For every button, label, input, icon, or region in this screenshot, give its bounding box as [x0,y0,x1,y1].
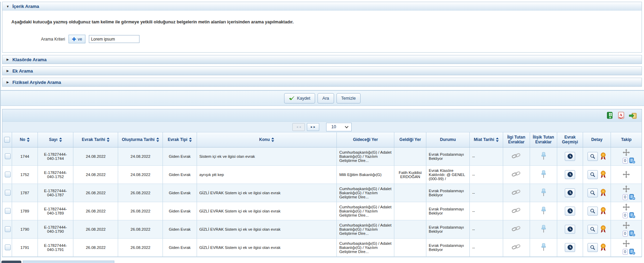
row-checkbox[interactable] [5,190,11,196]
search-criteria-input[interactable] [89,35,139,43]
excel-export-button[interactable]: X [606,112,613,119]
attachment-search-accordion-header[interactable]: ▶ Ek Arama [2,66,642,75]
column-header-sayi[interactable]: Sayı [38,132,73,147]
column-header-konu[interactable]: Konu [197,132,336,147]
row-select-cell [2,165,12,184]
move-icon[interactable] [623,204,630,211]
cell-gidecegi-yer: Cumhurbaşkanlığı(G) / Adalet Bakanlığı(G… [337,238,394,256]
magnifier-icon [590,245,595,250]
content-search-accordion-header[interactable]: ▼ İçerik Arama [2,2,642,11]
cell-geldigi-yer: Fatih Kuddisi ERDOĞAN [394,165,426,184]
chain-link-icon[interactable] [511,208,521,213]
pushpin-icon[interactable] [541,188,547,197]
chain-link-icon[interactable] [511,189,521,195]
pushpin-icon[interactable] [541,152,547,160]
add-document-icon[interactable] [629,157,636,164]
column-header-evrak-tarihi[interactable]: Evrak Tarihi [73,132,118,147]
detail-button[interactable] [588,243,598,252]
pdf-export-button[interactable]: A [617,112,625,119]
horizontal-scrollbar [1,261,644,263]
scrollbar-thumb-light[interactable] [23,261,114,263]
history-button[interactable] [565,188,575,197]
cell-konu: Sistem içi ek ve ilgisi olan evrak [197,147,336,165]
chain-link-icon[interactable] [511,171,521,177]
sort-icon [107,138,110,142]
column-header-miat-tarihi[interactable]: Miat Tarihi [470,132,503,147]
history-button[interactable] [565,225,575,234]
scrollbar-thumb-dark[interactable] [1,261,21,263]
move-icon[interactable] [623,222,630,229]
detail-button[interactable] [588,152,598,161]
move-icon[interactable] [623,171,630,178]
cell-takip: 0 [611,238,642,256]
detail-button[interactable] [588,170,598,179]
table-row: 1787 E-17827444-040-1787 26.08.2022 26.0… [2,184,642,202]
row-checkbox[interactable] [5,208,11,214]
add-criteria-button[interactable]: ✚ ve [69,35,85,43]
cell-evrak-gecmisi [557,238,583,256]
table-row: 1791 E-17827444-040-1791 26.08.2022 26.0… [2,238,642,256]
prev-page-button[interactable]: ◄◄ [292,123,305,131]
search-button[interactable]: Ara [318,93,334,103]
plus-icon: ✚ [72,37,76,42]
row-checkbox[interactable] [5,153,11,159]
detail-button[interactable] [588,188,598,197]
cell-ilgi-tutan [503,147,530,165]
chain-link-icon[interactable] [511,226,521,232]
save-button[interactable]: Kaydet [284,93,315,103]
select-all-checkbox[interactable] [4,137,10,143]
cell-olusturma-tarihi: 24.08.2022 [118,147,163,165]
clear-button[interactable]: Temizle [336,93,361,103]
add-document-icon[interactable] [629,212,636,219]
cell-geldigi-yer [394,184,426,202]
cell-miat-tarihi: -- [470,165,503,184]
add-document-icon[interactable] [629,230,636,237]
detail-button[interactable] [588,225,598,234]
cell-evrak-gecmisi [557,202,583,220]
cell-no: 1791 [12,238,38,256]
cell-geldigi-yer [394,147,426,165]
sort-icon [189,138,192,142]
history-button[interactable] [565,152,575,161]
cell-ilisik-tutan [530,220,557,238]
column-header-no[interactable]: No [12,132,38,147]
folder-export-button[interactable] [629,112,637,119]
pushpin-icon[interactable] [541,170,547,178]
chain-link-icon[interactable] [511,153,521,159]
cell-detay [583,238,611,256]
row-checkbox[interactable] [5,226,11,232]
column-header-olusturma-tarihi[interactable]: Oluşturma Tarihi [118,132,163,147]
detail-button[interactable] [588,207,598,216]
physical-archive-search-accordion-header[interactable]: ▶ Fiziksel Arşivde Arama [2,78,642,87]
cell-ilisik-tutan [530,165,557,184]
chain-link-icon[interactable] [511,244,521,250]
takip-count: 0 [623,249,628,255]
pushpin-icon[interactable] [541,207,547,215]
cell-konu: ayrışık ptt kep [197,165,336,184]
magnifier-icon [590,154,595,159]
page-size-select[interactable]: 10 [326,123,352,131]
cell-miat-tarihi: -- [470,238,503,256]
cell-evrak-tarihi: 26.08.2022 [73,202,118,220]
folder-search-accordion-header[interactable]: ▶ Klasörde Arama [2,55,642,64]
cell-ilisik-tutan [530,238,557,256]
next-page-button[interactable]: ►► [307,123,319,131]
double-arrow-right-icon: ►► [310,125,316,129]
add-document-icon[interactable] [629,249,636,255]
history-button[interactable] [565,207,575,216]
triangle-right-icon: ▶ [7,69,9,73]
history-button[interactable] [565,170,575,179]
cell-sayi: E-17827444-040-1790 [38,220,73,238]
move-icon[interactable] [623,149,630,156]
row-checkbox[interactable] [5,172,11,177]
add-document-icon[interactable] [629,194,636,200]
history-button[interactable] [565,243,575,252]
pushpin-icon[interactable] [541,243,547,251]
cell-detay [583,220,611,238]
pushpin-icon[interactable] [541,225,547,233]
row-checkbox[interactable] [5,244,11,250]
move-icon[interactable] [623,240,630,247]
column-header-evrak-tipi[interactable]: Evrak Tipi [163,132,197,147]
move-icon[interactable] [623,185,630,193]
cell-no: 1789 [12,202,38,220]
